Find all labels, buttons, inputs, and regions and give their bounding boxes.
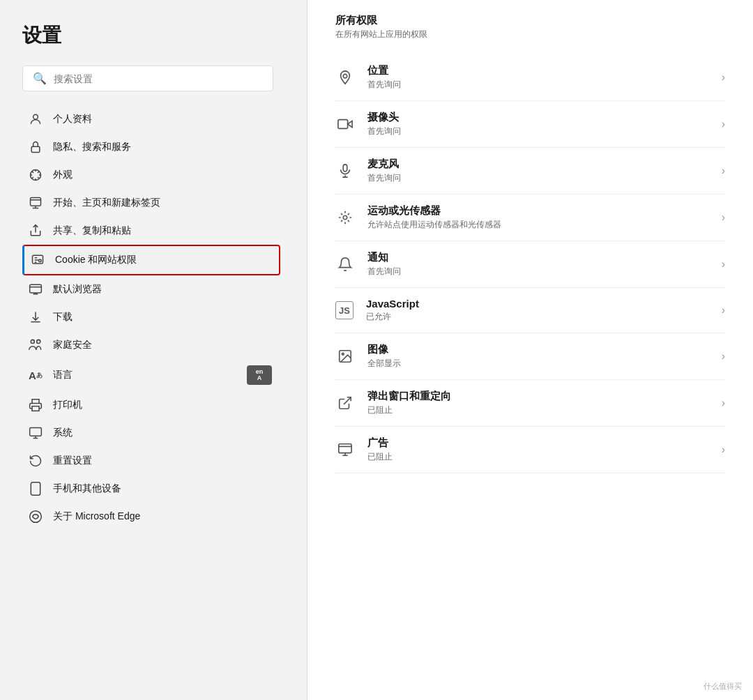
- sidebar-label-family: 家庭安全: [53, 339, 92, 351]
- permission-location[interactable]: 位置 首先询问 ›: [335, 54, 725, 101]
- permission-motion[interactable]: 运动或光传感器 允许站点使用运动传感器和光传感器 ›: [335, 195, 725, 241]
- microphone-icon: [335, 161, 355, 181]
- page-title: 设置: [22, 22, 307, 49]
- reset-icon: [28, 453, 43, 469]
- popup-desc: 已阻止: [367, 404, 451, 416]
- download-icon: [28, 310, 43, 325]
- javascript-icon: JS: [335, 301, 353, 319]
- camera-name: 摄像头: [367, 111, 401, 124]
- permission-images[interactable]: 图像 全部显示 ›: [335, 333, 725, 380]
- svg-rect-15: [338, 120, 348, 129]
- search-input[interactable]: [54, 73, 263, 84]
- svg-rect-21: [339, 444, 351, 453]
- microphone-arrow: ›: [722, 165, 725, 177]
- system-icon: [28, 425, 43, 441]
- motion-text: 运动或光传感器 允许站点使用运动传感器和光传感器: [367, 204, 501, 231]
- share-icon: [28, 223, 43, 238]
- ads-text: 广告 已阻止: [367, 436, 393, 463]
- svg-rect-7: [30, 284, 42, 293]
- sidebar-label-share: 共享、复制和粘贴: [53, 225, 131, 237]
- permission-microphone[interactable]: 麦克风 首先询问 ›: [335, 148, 725, 195]
- images-text: 图像 全部显示: [367, 343, 401, 370]
- sidebar-item-system[interactable]: 系统: [22, 419, 280, 447]
- svg-rect-3: [31, 198, 41, 206]
- images-icon: [335, 347, 355, 366]
- microphone-name: 麦克风: [367, 158, 401, 171]
- sidebar-label-language: 语言: [53, 369, 73, 381]
- sidebar-item-mobile[interactable]: 手机和其他设备: [22, 475, 280, 503]
- javascript-arrow: ›: [722, 304, 725, 317]
- sidebar-item-download[interactable]: 下载: [22, 303, 280, 331]
- svg-point-8: [31, 340, 34, 343]
- printer-icon: [28, 397, 43, 413]
- section-title: 所有权限: [335, 14, 725, 27]
- ads-icon: [335, 440, 355, 459]
- camera-desc: 首先询问: [367, 125, 401, 137]
- section-desc: 在所有网站上应用的权限: [335, 29, 725, 40]
- svg-rect-1: [31, 146, 40, 152]
- sidebar-label-about: 关于 Microsoft Edge: [53, 510, 140, 523]
- svg-rect-11: [30, 428, 42, 436]
- location-name: 位置: [367, 64, 401, 77]
- javascript-text: JavaScript 已允许: [366, 298, 419, 323]
- notifications-arrow: ›: [722, 258, 725, 271]
- camera-icon: [335, 114, 355, 134]
- permission-popup[interactable]: 弹出窗口和重定向 已阻止 ›: [335, 380, 725, 427]
- privacy-icon: [28, 139, 43, 155]
- location-arrow: ›: [722, 71, 725, 84]
- sidebar-item-language[interactable]: Aあ 语言 enA: [22, 359, 280, 391]
- cookie-icon: [30, 252, 45, 268]
- sidebar-item-share[interactable]: 共享、复制和粘贴: [22, 217, 280, 245]
- sidebar-item-privacy[interactable]: 隐私、搜索和服务: [22, 133, 280, 161]
- about-icon: [28, 509, 43, 524]
- permission-notifications[interactable]: 通知 首先询问 ›: [335, 241, 725, 288]
- sidebar-label-mobile: 手机和其他设备: [53, 482, 121, 495]
- camera-text: 摄像头 首先询问: [367, 111, 401, 137]
- svg-line-20: [344, 397, 351, 404]
- ads-arrow: ›: [722, 443, 725, 456]
- notifications-text: 通知 首先询问: [367, 251, 401, 277]
- sidebar-item-appearance[interactable]: 外观: [22, 161, 280, 189]
- permission-javascript[interactable]: JS JavaScript 已允许 ›: [335, 288, 725, 333]
- sidebar-label-appearance: 外观: [53, 169, 73, 181]
- svg-rect-12: [31, 482, 40, 495]
- sidebar-item-printer[interactable]: 打印机: [22, 391, 280, 419]
- sidebar-label-cookie: Cookie 和网站权限: [55, 254, 137, 266]
- svg-point-9: [37, 340, 40, 343]
- motion-name: 运动或光传感器: [367, 204, 501, 218]
- section-header-block: 所有权限 在所有网站上应用的权限: [335, 14, 725, 40]
- sidebar-label-privacy: 隐私、搜索和服务: [53, 141, 131, 153]
- popup-icon: [335, 393, 355, 413]
- sidebar-item-family[interactable]: 家庭安全: [22, 331, 280, 359]
- location-desc: 首先询问: [367, 79, 401, 91]
- sidebar-item-browser[interactable]: 默认浏览器: [22, 275, 280, 303]
- sidebar-item-profile[interactable]: 个人资料: [22, 105, 280, 133]
- main-panel: 所有权限 在所有网站上应用的权限 位置 首先询问 › 摄像头 首先询问 › 麦克…: [307, 0, 753, 700]
- javascript-name: JavaScript: [366, 298, 419, 310]
- permission-ads[interactable]: 广告 已阻止 ›: [335, 427, 725, 473]
- motion-desc: 允许站点使用运动传感器和光传感器: [367, 219, 501, 231]
- sidebar-label-profile: 个人资料: [53, 113, 92, 125]
- sidebar-item-reset[interactable]: 重置设置: [22, 447, 280, 475]
- sidebar-label-reset: 重置设置: [53, 455, 92, 467]
- sidebar-nav: 个人资料 隐私、搜索和服务 外观 开始、主页和新建标签页: [22, 105, 307, 531]
- sidebar-item-about[interactable]: 关于 Microsoft Edge: [22, 503, 280, 531]
- search-box[interactable]: 🔍: [22, 66, 273, 91]
- popup-arrow: ›: [722, 397, 725, 409]
- permission-camera[interactable]: 摄像头 首先询问 ›: [335, 101, 725, 148]
- watermark: 什么值得买: [703, 681, 742, 692]
- svg-point-0: [33, 114, 38, 119]
- sidebar-item-newtab[interactable]: 开始、主页和新建标签页: [22, 189, 280, 217]
- sidebar-label-browser: 默认浏览器: [53, 283, 102, 296]
- newtab-icon: [28, 195, 43, 211]
- motion-arrow: ›: [722, 211, 725, 224]
- mobile-icon: [28, 481, 43, 496]
- sidebar-item-cookie[interactable]: Cookie 和网站权限: [22, 245, 280, 275]
- svg-rect-16: [343, 165, 347, 172]
- notifications-desc: 首先询问: [367, 266, 401, 277]
- sidebar-label-system: 系统: [53, 427, 73, 439]
- popup-text: 弹出窗口和重定向 已阻止: [367, 390, 451, 416]
- svg-rect-10: [32, 406, 39, 411]
- camera-arrow: ›: [722, 118, 725, 130]
- images-arrow: ›: [722, 350, 725, 363]
